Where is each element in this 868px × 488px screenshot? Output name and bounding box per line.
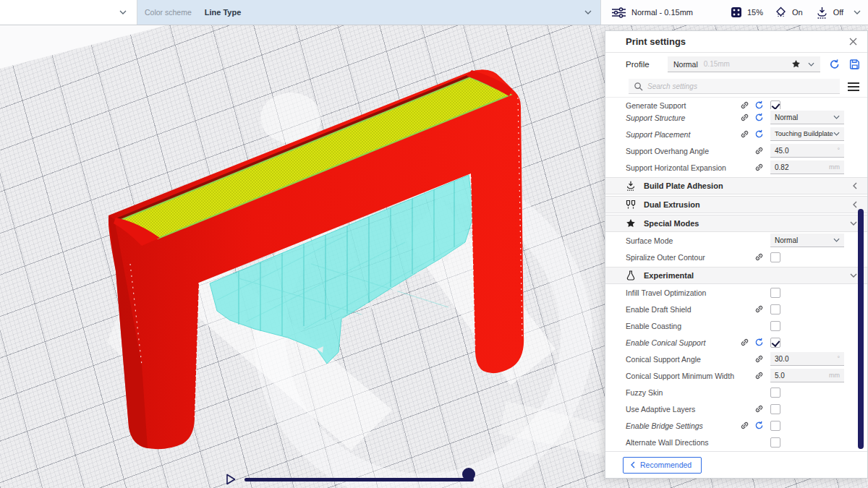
settings-menu-icon[interactable] <box>848 82 859 91</box>
setting-row-spiralize-outer-contour[interactable]: Spiralize Outer Contour <box>605 249 867 265</box>
setting-row-enable-conical-support[interactable]: Enable Conical Support <box>605 334 867 351</box>
print-settings-panel: Print settings Profile Normal 0.15mm Gen… <box>605 30 868 479</box>
link-icon <box>740 113 749 122</box>
setting-row-surface-mode[interactable]: Surface Mode Normal <box>605 232 867 249</box>
chevron-down-icon <box>850 221 857 226</box>
adhesion-icon <box>626 181 636 191</box>
section-special-modes[interactable]: Special Modes <box>605 215 867 232</box>
link-icon <box>754 404 764 414</box>
enable-bridge-settings-checkbox[interactable] <box>770 421 780 431</box>
enable-draft-shield-checkbox[interactable] <box>770 304 780 314</box>
support-structure-dropdown[interactable]: Normal <box>770 111 844 124</box>
star-icon[interactable] <box>791 59 801 69</box>
chevron-down-icon[interactable] <box>854 10 861 14</box>
profile-hint: 0.15mm <box>704 60 791 68</box>
flask-icon <box>626 270 636 281</box>
link-icon <box>754 163 764 172</box>
setting-row-alternate-wall-directions[interactable]: Alternate Wall Directions <box>605 434 867 450</box>
setting-row-use-adaptive-layers[interactable]: Use Adaptive Layers <box>605 401 867 417</box>
surface-mode-dropdown[interactable]: Normal <box>770 234 844 247</box>
object-list-dropdown[interactable] <box>0 0 137 25</box>
recommended-button[interactable]: Recommended <box>623 457 702 474</box>
chevron-down-icon <box>808 62 814 67</box>
alternate-wall-directions-checkbox[interactable] <box>770 437 780 448</box>
panel-scrollbar[interactable] <box>858 209 864 449</box>
reset-icon[interactable] <box>754 113 764 122</box>
adhesion-icon <box>816 7 828 19</box>
settings-list: Generate Support Support Structure Norma… <box>605 98 867 451</box>
support-horizontal-expansion-input[interactable]: 0.82 mm <box>770 160 844 174</box>
enable-coasting-checkbox[interactable] <box>770 321 780 331</box>
search-icon <box>634 82 643 91</box>
setting-row-support-structure[interactable]: Support Structure Normal <box>605 109 867 126</box>
use-adaptive-layers-checkbox[interactable] <box>770 404 780 414</box>
section-experimental[interactable]: Experimental <box>605 267 867 284</box>
setting-row-support-overhang-angle[interactable]: Support Overhang Angle 45.0 ° <box>605 142 867 159</box>
support-overhang-angle-input[interactable]: 45.0 ° <box>770 144 844 158</box>
top-bar: Color scheme Line Type Normal - 0.15mm 1… <box>0 0 868 25</box>
link-icon <box>740 421 749 430</box>
setting-row-support-placement[interactable]: Support Placement Touching Buildplate <box>605 126 867 142</box>
chevron-left-icon <box>853 201 857 208</box>
settings-search[interactable] <box>629 79 840 94</box>
infill-summary-label: 15% <box>747 8 763 17</box>
chevron-down-icon <box>833 115 840 119</box>
chevron-down-icon <box>119 10 127 14</box>
chevron-down-icon <box>850 273 857 278</box>
setting-row-conical-support-minimum-width[interactable]: Conical Support Minimum Width 5.0 mm <box>605 367 867 384</box>
setting-row-fuzzy-skin[interactable]: Fuzzy Skin <box>605 384 867 401</box>
infill-travel-optimization-checkbox[interactable] <box>770 288 780 298</box>
dual-extrusion-icon <box>626 200 636 210</box>
adhesion-summary-label: Off <box>833 8 843 17</box>
reset-icon[interactable] <box>754 129 764 139</box>
support-placement-dropdown[interactable]: Touching Buildplate <box>770 127 844 141</box>
link-icon <box>754 146 764 155</box>
setting-row-enable-bridge-settings[interactable]: Enable Bridge Settings <box>605 417 867 434</box>
color-scheme-value[interactable]: Line Type <box>205 8 242 17</box>
link-icon <box>740 129 749 139</box>
link-icon <box>754 354 764 364</box>
section-dual-extrusion[interactable]: Dual Extrusion <box>605 196 867 213</box>
chevron-left-icon <box>631 461 635 468</box>
reset-icon[interactable] <box>754 338 764 347</box>
setting-row-infill-travel-optimization[interactable]: Infill Travel Optimization <box>605 284 867 301</box>
color-scheme-label: Color scheme <box>145 8 192 17</box>
fuzzy-skin-checkbox[interactable] <box>770 388 780 398</box>
print-settings-summary-button[interactable]: Normal - 0.15mm 15% On Off <box>600 0 868 25</box>
generate-support-checkbox[interactable] <box>770 100 780 110</box>
view-options-bar[interactable]: Color scheme Line Type <box>137 0 600 25</box>
link-icon <box>754 304 764 314</box>
profile-value: Normal <box>673 60 698 69</box>
infill-icon <box>731 7 742 18</box>
panel-title: Print settings <box>626 36 849 47</box>
link-icon <box>754 252 764 262</box>
reset-icon[interactable] <box>754 100 764 109</box>
conical-support-angle-input[interactable]: 30.0 ° <box>770 352 844 366</box>
setting-row-generate-support[interactable]: Generate Support <box>605 98 867 109</box>
link-icon <box>740 338 749 347</box>
reset-profile-icon[interactable] <box>829 59 840 70</box>
chevron-left-icon <box>853 182 857 189</box>
reset-icon[interactable] <box>754 421 764 430</box>
chevron-down-icon <box>833 238 840 242</box>
section-build-plate-adhesion[interactable]: Build Plate Adhesion <box>605 177 867 194</box>
setting-row-conical-support-angle[interactable]: Conical Support Angle 30.0 ° <box>605 351 867 367</box>
search-input[interactable] <box>647 82 835 90</box>
chevron-down-icon <box>833 132 840 136</box>
enable-conical-support-checkbox[interactable] <box>770 338 780 348</box>
support-summary-label: On <box>792 8 803 17</box>
setting-row-enable-coasting[interactable]: Enable Coasting <box>605 317 867 334</box>
spiralize-outer-contour-checkbox[interactable] <box>770 252 780 262</box>
link-icon <box>740 100 749 109</box>
profile-summary-label: Normal - 0.15mm <box>631 8 693 17</box>
profile-dropdown[interactable]: Normal 0.15mm <box>668 56 820 72</box>
setting-row-enable-draft-shield[interactable]: Enable Draft Shield <box>605 301 867 317</box>
link-icon <box>754 371 764 380</box>
chevron-down-icon[interactable] <box>584 10 592 14</box>
support-icon <box>775 7 787 19</box>
save-profile-icon[interactable] <box>849 59 860 70</box>
close-icon[interactable] <box>849 38 857 46</box>
tune-sliders-icon <box>611 7 626 19</box>
setting-row-support-horizontal-expansion[interactable]: Support Horizontal Expansion 0.82 mm <box>605 159 867 176</box>
conical-support-minimum-width-input[interactable]: 5.0 mm <box>770 369 844 382</box>
